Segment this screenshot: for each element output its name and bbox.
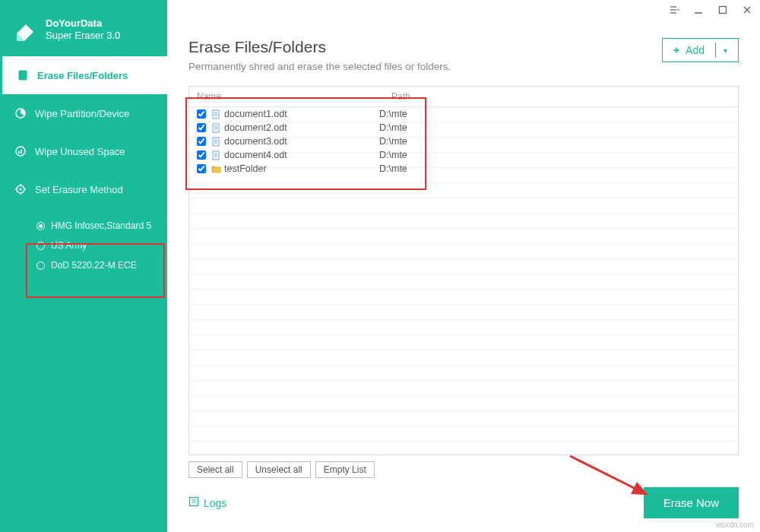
- row-name: document3.odt: [224, 135, 287, 148]
- page-title: Erase Files/Folders: [188, 38, 451, 56]
- svg-rect-8: [18, 151, 20, 154]
- svg-rect-24: [213, 110, 219, 119]
- radio-checked-icon: [36, 222, 45, 230]
- document-icon: [211, 109, 221, 119]
- brand: DoYourData Super Eraser 3.0: [0, 0, 167, 56]
- brand-title: DoYourData: [46, 17, 120, 30]
- row-checkbox[interactable]: [197, 109, 206, 119]
- erasure-option-dod[interactable]: DoD 5220.22-M ECE: [0, 255, 167, 275]
- menu-icon[interactable]: [667, 3, 681, 17]
- main: Erase Files/Folders Permanently shred an…: [167, 0, 760, 532]
- plus-icon: +: [673, 44, 679, 56]
- erasure-option-label: HMG Infosec,Standard 5: [51, 220, 151, 231]
- table-row[interactable]: document1.odtD:\mte: [189, 107, 738, 121]
- logs-link[interactable]: Logs: [188, 496, 226, 509]
- sidebar-item-erase-files[interactable]: Erase Files/Folders: [0, 56, 167, 94]
- divider: [715, 43, 716, 58]
- erase-now-button[interactable]: Erase Now: [644, 487, 739, 518]
- erasure-method-list: HMG Infosec,Standard 5 US Army DoD 5220.…: [0, 213, 167, 283]
- table-body: document1.odtD:\mtedocument2.odtD:\mtedo…: [189, 107, 738, 454]
- add-button[interactable]: + Add ▾: [662, 38, 739, 62]
- erasure-option-usarmy[interactable]: US Army: [0, 236, 167, 255]
- sidebar-item-wipe-unused[interactable]: Wipe Unused Space: [0, 132, 167, 170]
- svg-marker-19: [677, 9, 679, 11]
- logs-label: Logs: [204, 497, 226, 509]
- table-row[interactable]: testFolderD:\mte: [189, 162, 738, 176]
- document-icon: [211, 122, 221, 133]
- svg-rect-36: [213, 151, 219, 160]
- logs-icon: [188, 496, 199, 509]
- erasure-option-label: US Army: [51, 240, 87, 251]
- eraser-icon: [12, 17, 38, 43]
- table-header: Name Path: [189, 87, 738, 107]
- row-path: D:\mte: [379, 135, 730, 148]
- table-row[interactable]: document4.odtD:\mte: [189, 148, 738, 162]
- titlebar: [167, 0, 760, 20]
- row-name: document4.odt: [224, 148, 287, 162]
- svg-rect-21: [720, 7, 727, 14]
- svg-rect-9: [21, 150, 22, 154]
- table-row[interactable]: document3.odtD:\mte: [189, 135, 738, 148]
- minimize-button[interactable]: [692, 3, 705, 17]
- radio-unchecked-icon: [36, 261, 45, 270]
- sidebar-item-label: Set Erasure Method: [35, 184, 123, 195]
- sidebar: DoYourData Super Eraser 3.0 Erase Files/…: [0, 0, 167, 532]
- file-icon: [16, 68, 30, 82]
- chevron-down-icon[interactable]: ▾: [724, 46, 727, 55]
- svg-rect-4: [21, 74, 25, 75]
- svg-rect-32: [213, 138, 219, 146]
- row-path: D:\mte: [379, 148, 730, 162]
- radio-unchecked-icon: [36, 242, 45, 250]
- chart-icon: [14, 144, 27, 158]
- table-actions: Select all Unselect all Empty List: [188, 455, 739, 478]
- gear-icon: [14, 182, 27, 196]
- erasure-option-label: DoD 5220.22-M ECE: [51, 260, 137, 271]
- sidebar-item-set-method[interactable]: Set Erasure Method: [0, 170, 167, 208]
- svg-rect-40: [190, 498, 198, 506]
- column-header-path[interactable]: Path: [391, 91, 730, 102]
- close-button[interactable]: [740, 3, 754, 17]
- row-path: D:\mte: [379, 162, 730, 176]
- row-path: D:\mte: [379, 107, 730, 121]
- unselect-all-button[interactable]: Unselect all: [247, 461, 311, 478]
- row-name: document2.odt: [224, 121, 287, 135]
- document-icon: [211, 150, 221, 160]
- row-name: document1.odt: [224, 107, 287, 121]
- row-name: testFolder: [224, 162, 267, 176]
- brand-subtitle: Super Eraser 3.0: [46, 30, 120, 42]
- page-subtitle: Permanently shred and erase the selected…: [188, 61, 451, 72]
- svg-point-11: [20, 188, 22, 191]
- svg-rect-3: [21, 72, 25, 73]
- file-table: Name Path document1.odtD:\mtedocument2.o…: [188, 86, 739, 455]
- erasure-option-hmg[interactable]: HMG Infosec,Standard 5: [0, 216, 167, 236]
- row-path: D:\mte: [379, 121, 730, 135]
- maximize-button[interactable]: [716, 3, 730, 17]
- table-row[interactable]: document2.odtD:\mte: [189, 121, 738, 135]
- pie-icon: [14, 106, 27, 120]
- svg-rect-5: [21, 77, 25, 78]
- sidebar-item-wipe-partition[interactable]: Wipe Partition/Device: [0, 94, 167, 132]
- sidebar-item-label: Wipe Unused Space: [35, 146, 125, 157]
- folder-icon: [211, 163, 221, 174]
- svg-rect-28: [213, 124, 219, 132]
- column-header-name[interactable]: Name: [197, 91, 391, 102]
- row-checkbox[interactable]: [197, 150, 206, 160]
- select-all-button[interactable]: Select all: [188, 461, 242, 478]
- sidebar-item-label: Wipe Partition/Device: [35, 108, 129, 119]
- row-checkbox[interactable]: [197, 123, 206, 132]
- empty-list-button[interactable]: Empty List: [315, 461, 375, 478]
- row-checkbox[interactable]: [197, 137, 206, 146]
- add-button-label: Add: [686, 44, 705, 56]
- sidebar-item-label: Erase Files/Folders: [37, 70, 128, 81]
- document-icon: [211, 136, 221, 147]
- row-checkbox[interactable]: [197, 164, 206, 173]
